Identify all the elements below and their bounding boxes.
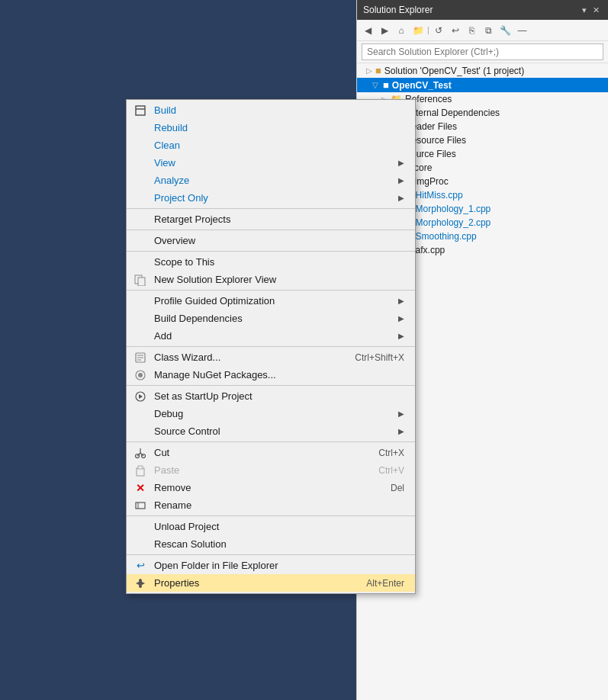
cm-profile-guided[interactable]: Profile Guided Optimization ▶ [127,292,415,310]
build-deps-arrow-icon: ▶ [398,314,404,323]
cm-clean[interactable]: Clean [127,136,415,154]
cm-class-wizard-shortcut: Ctrl+Shift+X [355,352,404,363]
sep1 [127,208,415,209]
expand-icon: ▷ [366,66,372,75]
cm-analyze[interactable]: Analyze ▶ [127,172,415,189]
tb-refresh-btn[interactable]: ↺ [431,23,446,38]
titlebar-buttons: ▾ ✕ [580,5,602,15]
tb-copy-btn[interactable]: ⎘ [465,23,480,38]
tree-item-solution[interactable]: ▷ ■ Solution 'OpenCV_Test' (1 project) [357,63,608,78]
tb-folder-btn[interactable]: 📁 [410,23,426,38]
cm-rebuild[interactable]: Rebuild [127,119,415,136]
cm-build-deps-label: Build Dependencies [154,313,243,324]
cm-unload-label: Unload Project [154,521,219,532]
cm-scope-to-this[interactable]: Scope to This [127,253,415,271]
se-search-container [357,41,608,63]
cm-properties-label: Properties [154,577,199,589]
tree-item-project[interactable]: ▽ ■ OpenCV_Test [357,78,608,92]
sep6 [127,385,415,386]
profile-arrow-icon: ▶ [398,297,404,305]
project-icon: ■ [383,79,389,91]
rename-icon [133,498,148,513]
cm-remove[interactable]: ✕ Remove Del [127,479,415,496]
sep7 [127,442,415,442]
open-folder-icon: ↩ [133,558,148,573]
tb-settings-btn[interactable]: 🔧 [498,23,513,38]
cm-rebuild-label: Rebuild [154,122,188,133]
cm-set-startup[interactable]: Set as StartUp Project [127,387,415,405]
cm-class-wizard-label: Class Wizard... [154,352,220,363]
cm-properties-shortcut: Alt+Enter [366,578,404,589]
cm-paste[interactable]: Paste Ctrl+V [127,461,415,479]
tree-label-hitmiss: HitMiss.cpp [416,190,463,201]
debug-arrow-icon: ▶ [398,409,404,418]
project-only-arrow-icon: ▶ [398,194,404,202]
svg-rect-17 [138,466,143,469]
view-arrow-icon: ▶ [398,159,404,167]
set-startup-icon [133,389,148,404]
solution-icon: ■ [375,65,381,76]
cm-debug-label: Debug [154,408,183,419]
svg-rect-0 [136,106,145,115]
tree-label-smoothing: Smoothing.cpp [416,231,477,242]
cm-rename[interactable]: Rename [127,496,415,514]
cm-paste-shortcut: Ctrl+V [378,465,404,476]
tb-sep1: | [427,26,429,34]
cm-rescan-solution[interactable]: Rescan Solution [127,535,415,553]
tree-label-core: core [414,162,432,173]
build-icon [133,103,148,118]
cm-project-only[interactable]: Project Only ▶ [127,189,415,207]
tb-home-btn[interactable]: ⌂ [394,23,409,38]
tb-forward-btn[interactable]: ▶ [377,23,392,38]
cm-view[interactable]: View ▶ [127,154,415,172]
cm-source-control[interactable]: Source Control ▶ [127,422,415,440]
titlebar-close-btn[interactable]: ✕ [590,5,602,15]
tree-label-morph2: Morphology_2.cpp [416,217,491,228]
cm-cut[interactable]: Cut Ctrl+X [127,444,415,461]
cm-overview-label: Overview [154,235,195,246]
sep8 [127,515,415,516]
cm-unload-project[interactable]: Unload Project [127,518,415,535]
cm-retarget-projects[interactable]: Retarget Projects [127,210,415,228]
tree-label-morph1: Morphology_1.cpp [416,204,491,214]
cm-class-wizard[interactable]: Class Wizard... Ctrl+Shift+X [127,348,415,366]
se-view-icon [133,272,148,287]
svg-rect-3 [138,278,145,286]
tb-min-btn[interactable]: — [515,23,530,38]
cm-open-folder[interactable]: ↩ Open Folder in File Explorer [127,557,415,574]
analyze-arrow-icon: ▶ [398,176,404,185]
cm-rename-label: Rename [154,499,191,511]
tree-item-solution-label: Solution 'OpenCV_Test' (1 project) [384,66,524,76]
se-search-input[interactable] [362,43,603,60]
titlebar-pin-btn[interactable]: ▾ [580,5,589,15]
source-control-arrow-icon: ▶ [398,427,404,435]
cm-paste-label: Paste [154,464,179,476]
cm-new-se-view[interactable]: New Solution Explorer View [127,271,415,288]
cm-rescan-label: Rescan Solution [154,538,227,550]
cm-set-startup-label: Set as StartUp Project [154,390,253,402]
cm-remove-shortcut: Del [391,483,404,493]
cm-new-se-label: New Solution Explorer View [154,274,276,285]
cm-overview[interactable]: Overview [127,232,415,249]
cm-view-label: View [154,157,175,169]
cm-debug[interactable]: Debug ▶ [127,405,415,422]
cm-scope-label: Scope to This [154,256,214,268]
tree-label-ext-deps: External Dependencies [405,108,500,118]
sep4 [127,290,415,291]
cm-properties[interactable]: Properties Alt+Enter [127,574,415,592]
cm-retarget-label: Retarget Projects [154,214,230,225]
cm-build-label: Build [154,104,176,116]
cm-build[interactable]: Build [127,101,415,119]
tb-undo-btn[interactable]: ↩ [448,23,463,38]
solution-explorer-titlebar: Solution Explorer ▾ ✕ [357,0,608,20]
cm-nuget[interactable]: Manage NuGet Packages... [127,366,415,384]
cm-add[interactable]: Add ▶ [127,327,415,345]
tb-back-btn[interactable]: ◀ [360,23,375,38]
cm-build-deps[interactable]: Build Dependencies ▶ [127,310,415,327]
cm-analyze-label: Analyze [154,175,189,186]
sep5 [127,346,415,347]
add-arrow-icon: ▶ [398,332,404,340]
paste-icon [133,463,148,478]
tb-paste-btn[interactable]: ⧉ [481,23,497,38]
cm-remove-label: Remove [154,482,191,493]
